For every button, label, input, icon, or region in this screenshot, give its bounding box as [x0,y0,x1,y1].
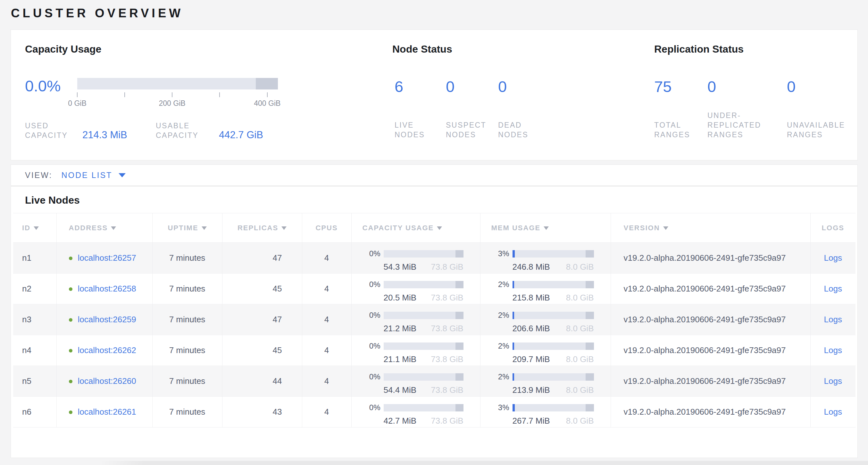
capacity-used-value: 54.3 MiB [384,262,417,272]
node-replicas-cell: 44 [222,366,302,397]
usable-capacity-label: USABLE CAPACITY [156,121,214,140]
column-header-version[interactable]: VERSION [611,213,810,243]
node-address-link[interactable]: localhost:26257 [78,253,136,263]
capacity-usage-bar [384,250,464,258]
node-uptime-cell: 7 minutes [152,366,222,397]
node-logs-cell: Logs [810,243,856,273]
mem-usage-bar [513,404,594,411]
node-logs-link[interactable]: Logs [824,284,842,293]
mem-usage-bar [513,312,594,319]
node-logs-link[interactable]: Logs [824,345,842,355]
mem-bar-reserved-segment [586,281,594,288]
column-header-replicas[interactable]: REPLICAS [222,213,302,243]
node-status-heading: Node Status [392,43,452,55]
capacity-used-value: 54.4 MiB [384,385,417,395]
mem-total-value: 8.0 GiB [566,293,594,303]
mem-total-value: 8.0 GiB [566,262,594,272]
mem-usage-bar [513,281,594,288]
node-id-cell: n2 [13,273,56,304]
sort-desc-icon [34,226,39,230]
mem-total-value: 8.0 GiB [566,354,594,364]
node-address-link[interactable]: localhost:26261 [78,407,136,416]
column-header-logs-label: LOGS [822,224,844,232]
used-capacity-value: 214.3 MiB [82,129,127,141]
mem-used-value: 209.7 MiB [513,354,550,364]
suspect-nodes-count: 0 [446,78,455,95]
capacity-bar-reserved-segment [456,343,464,350]
mem-used-value: 215.8 MiB [513,293,550,303]
node-logs-link[interactable]: Logs [824,253,842,263]
column-header-capacity-usage[interactable]: CAPACITY USAGE [351,213,480,243]
capacity-used-value: 20.5 MiB [384,293,417,303]
node-capacity-usage-cell: 0% 42.7 MiB 73.8 GiB [351,397,480,428]
mem-used-value: 246.8 MiB [513,262,550,272]
capacity-usage-percent: 0% [363,280,380,289]
capacity-usage-bar [384,373,464,381]
column-header-uptime[interactable]: UPTIME [152,213,222,243]
mem-usage-percent: 2% [491,342,509,350]
mem-usage-percent: 3% [491,249,509,258]
node-live-status-icon [69,349,72,352]
capacity-bar-reserved-segment [456,312,464,319]
node-version-cell: v19.2.0-alpha.20190606-2491-gfe735c9a97 [611,366,810,397]
node-logs-cell: Logs [810,366,856,397]
node-mem-usage-cell: 3% 267.7 MiB 8.0 GiB [480,397,611,428]
replication-status-heading: Replication Status [654,43,744,55]
capacity-total-value: 73.8 GiB [431,293,463,303]
capacity-axis-tick [172,92,173,97]
used-capacity-label: USED CAPACITY [25,121,83,140]
node-logs-link[interactable]: Logs [824,407,842,416]
node-address-cell: localhost:26257 [56,243,152,273]
capacity-total-value: 73.8 GiB [431,324,463,333]
node-mem-usage-cell: 2% 215.8 MiB 8.0 GiB [480,273,611,304]
node-address-cell: localhost:26259 [56,304,152,335]
mem-bar-fill [513,373,514,381]
node-uptime-cell: 7 minutes [152,335,222,366]
node-id-cell: n3 [13,304,56,335]
view-label: VIEW: [25,171,52,180]
node-cpus-cell: 4 [302,366,351,397]
node-address-cell: localhost:26261 [56,397,152,428]
column-header-mem-usage[interactable]: MEM USAGE [480,213,611,243]
node-replicas-cell: 47 [222,304,302,335]
column-header-cpus-label: CPUS [315,224,338,232]
column-header-id[interactable]: ID [13,213,56,243]
mem-bar-fill [513,312,514,319]
mem-bar-fill [513,343,514,350]
node-live-status-icon [69,318,72,322]
node-mem-usage-cell: 2% 209.7 MiB 8.0 GiB [480,335,611,366]
cluster-summary-panel: Capacity Usage 0.0% 0 GiB200 GiB400 GiB … [10,29,858,161]
node-replicas-cell: 47 [222,243,302,273]
capacity-usage-bar [384,343,464,350]
live-nodes-table: ID ADDRESS UPTIME REPLICAS CPUS CAPACITY… [13,213,856,428]
total-ranges-label: TOTAL RANGES [654,120,696,140]
dead-nodes-count: 0 [498,78,507,95]
node-capacity-usage-cell: 0% 21.1 MiB 73.8 GiB [351,335,480,366]
capacity-usage-percent: 0% [363,342,380,350]
mem-bar-fill [513,250,515,258]
node-table-row: n4 localhost:26262 7 minutes 45 4 0% 21.… [13,335,856,366]
capacity-bar-reserved-segment [456,404,464,411]
node-replicas-cell: 45 [222,273,302,304]
node-address-link[interactable]: localhost:26258 [78,284,136,293]
node-version-cell: v19.2.0-alpha.20190606-2491-gfe735c9a97 [611,273,810,304]
capacity-percent-value: 0.0% [25,77,61,95]
node-address-link[interactable]: localhost:26260 [78,376,136,386]
sort-desc-icon [663,226,668,230]
node-capacity-usage-cell: 0% 54.3 MiB 73.8 GiB [351,243,480,273]
node-logs-link[interactable]: Logs [824,315,842,324]
capacity-total-value: 73.8 GiB [431,416,463,426]
node-replicas-cell: 45 [222,335,302,366]
node-cpus-cell: 4 [302,273,351,304]
mem-bar-reserved-segment [586,250,594,258]
node-address-link[interactable]: localhost:26259 [78,315,136,324]
unavailable-ranges-count: 0 [787,78,796,95]
node-address-link[interactable]: localhost:26262 [78,345,136,355]
column-header-address[interactable]: ADDRESS [56,213,152,243]
mem-used-value: 206.6 MiB [513,324,550,333]
node-logs-cell: Logs [810,397,856,428]
view-dropdown[interactable]: NODE LIST [61,171,126,180]
node-mem-usage-cell: 2% 213.9 MiB 8.0 GiB [480,366,611,397]
node-uptime-cell: 7 minutes [152,397,222,428]
node-logs-link[interactable]: Logs [824,376,842,386]
